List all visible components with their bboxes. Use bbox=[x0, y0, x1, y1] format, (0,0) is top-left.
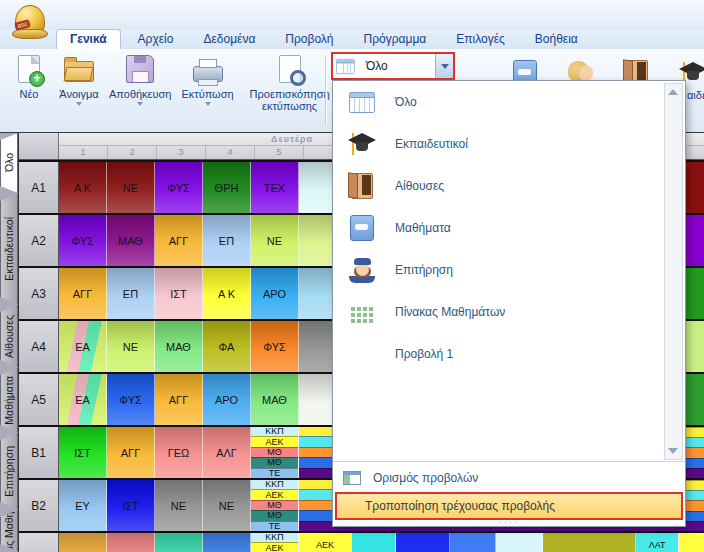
lesson-cell[interactable]: ΑΡΟ bbox=[251, 268, 299, 319]
lesson-cell[interactable]: ΝΕ bbox=[155, 480, 203, 531]
lesson-cell[interactable]: ΤΕΧ bbox=[251, 162, 299, 213]
right-edge-cell[interactable] bbox=[684, 266, 704, 319]
tab-Γενικά[interactable]: Γενικά bbox=[56, 29, 121, 50]
mini-cell[interactable] bbox=[684, 458, 704, 468]
right-edge-cell[interactable] bbox=[684, 478, 704, 531]
mini-cell[interactable]: ΜΘ bbox=[251, 510, 298, 520]
lesson-cell[interactable]: ΙΣΤ bbox=[155, 268, 203, 319]
lesson-cell[interactable]: ΕΠ bbox=[203, 215, 251, 266]
lesson-cell[interactable] bbox=[396, 533, 450, 552]
mini-cell[interactable]: ΜΘ bbox=[251, 457, 298, 467]
mini-cell[interactable] bbox=[684, 437, 704, 447]
side-tab-Πίνακας Μαθημάτων[interactable]: Πίνακας Μαθημάτων bbox=[0, 510, 18, 551]
dropdown-action-Ορισμός προβολών[interactable]: Ορισμός προβολών bbox=[333, 465, 685, 490]
dropdown-item-Εκπαιδευτικοί[interactable]: Εκπαιδευτικοί bbox=[333, 123, 685, 165]
lesson-cell[interactable] bbox=[543, 533, 636, 552]
mini-cell[interactable]: ΤΕ bbox=[251, 468, 298, 478]
mini-cell[interactable] bbox=[684, 500, 704, 510]
mini-cell[interactable] bbox=[684, 427, 704, 437]
lesson-stack-cell[interactable]: ΚΚΠΑΕΚΜΘΜΘΤΕ bbox=[251, 427, 299, 478]
mini-cell[interactable] bbox=[684, 480, 704, 490]
lesson-cell[interactable]: ΝΕ bbox=[107, 321, 155, 372]
mini-cell[interactable] bbox=[684, 447, 704, 457]
lesson-cell[interactable]: ΜΑΘ bbox=[251, 374, 299, 425]
lesson-cell[interactable]: ΕΥ bbox=[59, 480, 107, 531]
lesson-cell[interactable] bbox=[352, 533, 396, 552]
mini-cell[interactable] bbox=[684, 468, 704, 478]
mini-cell[interactable]: ΜΘ bbox=[251, 447, 298, 457]
lesson-cell[interactable]: ΑΓΓ bbox=[59, 268, 107, 319]
mini-cell[interactable]: ΚΚΠ bbox=[251, 427, 298, 436]
lesson-cell[interactable]: ΦΥΣ bbox=[155, 162, 203, 213]
lesson-cell[interactable] bbox=[679, 533, 704, 552]
side-tab-Επιτήρηση[interactable]: Επιτήρηση bbox=[0, 433, 18, 509]
lesson-cell[interactable]: ΜΑΘ bbox=[155, 321, 203, 372]
lesson-cell[interactable] bbox=[59, 533, 107, 552]
mini-cell[interactable] bbox=[684, 521, 704, 531]
lesson-cell[interactable] bbox=[450, 533, 496, 552]
mini-cell[interactable]: ΑΕΚ bbox=[251, 436, 298, 446]
toolbar-button-new-document-icon[interactable]: Νέο bbox=[4, 51, 54, 102]
lesson-cell[interactable]: ΦΥΣ bbox=[59, 215, 107, 266]
dropdown-action-Τροποποίηση τρέχουσας προβολής[interactable]: Τροποποίηση τρέχουσας προβολής bbox=[335, 492, 683, 520]
dropdown-item-Επιτήρηση[interactable]: Επιτήρηση bbox=[333, 249, 685, 291]
mini-cell[interactable]: ΜΘ bbox=[251, 500, 298, 510]
lesson-cell[interactable]: ΦΑ bbox=[203, 321, 251, 372]
lesson-cell[interactable]: ΝΕ bbox=[107, 162, 155, 213]
lesson-cell[interactable]: ΑΓΓ bbox=[155, 374, 203, 425]
lesson-cell[interactable]: ΝΕ bbox=[251, 215, 299, 266]
tab-Πρόγραμμα[interactable]: Πρόγραμμα bbox=[351, 30, 440, 49]
mini-cell[interactable]: ΛΑΤ bbox=[636, 533, 678, 552]
lesson-cell[interactable]: ΜΑΘ bbox=[107, 215, 155, 266]
lesson-cell[interactable]: ΙΣΤ bbox=[107, 480, 155, 531]
mini-cell[interactable]: ΑΕΚ bbox=[251, 542, 298, 552]
side-tab-Όλο[interactable]: Όλο bbox=[0, 133, 18, 193]
lesson-cell[interactable] bbox=[155, 533, 203, 552]
lesson-cell[interactable] bbox=[107, 533, 155, 552]
lesson-stack-cell[interactable]: ΚΚΠΑΕΚΜΘΜΘΤΕ bbox=[251, 480, 299, 531]
tab-Βοήθεια[interactable]: Βοήθεια bbox=[522, 30, 591, 49]
lesson-cell[interactable]: ΙΣΤ bbox=[59, 427, 107, 478]
side-tab-Εκπαιδευτικοί[interactable]: Εκπαιδευτικοί bbox=[0, 194, 18, 304]
lesson-cell[interactable]: ΑΡΟ bbox=[203, 374, 251, 425]
lesson-cell[interactable]: ΘΡΗ bbox=[203, 162, 251, 213]
toolbar-button-save-icon[interactable]: Αποθήκευση bbox=[104, 51, 176, 111]
right-edge-cell[interactable] bbox=[684, 213, 704, 266]
mini-cell[interactable] bbox=[684, 511, 704, 521]
dropdown-resize-grip[interactable] bbox=[333, 521, 685, 527]
mini-cell[interactable]: ΑΕΚ bbox=[251, 489, 298, 499]
lesson-cell[interactable]: ΦΥΣ bbox=[107, 374, 155, 425]
right-edge-cell[interactable] bbox=[684, 372, 704, 425]
right-edge-cell[interactable] bbox=[684, 160, 704, 213]
lesson-cell[interactable]: ΝΕ bbox=[203, 480, 251, 531]
dropdown-item-Μαθήματα[interactable]: Μαθήματα bbox=[333, 207, 685, 249]
right-edge-cell[interactable] bbox=[684, 319, 704, 372]
mini-cell[interactable] bbox=[684, 490, 704, 500]
lesson-cell[interactable]: ΕΑ bbox=[59, 374, 107, 425]
tab-Αρχείο[interactable]: Αρχείο bbox=[125, 30, 187, 49]
dropdown-item-Αίθουσες[interactable]: Αίθουσες bbox=[333, 165, 685, 207]
toolbar-button-open-folder-icon[interactable]: Άνοιγμα bbox=[54, 51, 104, 111]
tab-Δεδομένα[interactable]: Δεδομένα bbox=[190, 30, 268, 49]
lesson-cell[interactable]: ΛΑΤΑΕΚ bbox=[636, 533, 679, 552]
right-edge-cell[interactable] bbox=[684, 425, 704, 478]
lesson-cell[interactable]: Α Κ bbox=[59, 162, 107, 213]
mini-cell[interactable]: ΤΕ bbox=[251, 521, 298, 531]
lesson-stack-cell[interactable]: ΚΚΠΑΕΚΜΘΜΘΤΕ bbox=[251, 533, 299, 552]
mini-cell[interactable]: ΑΕΚ bbox=[299, 533, 351, 552]
next-day-cells[interactable]: ΑΕΚΛΑΤΛΑΤΑΕΚ bbox=[299, 533, 704, 552]
mini-cell[interactable]: ΚΚΠ bbox=[251, 533, 298, 542]
tab-Επιλογές[interactable]: Επιλογές bbox=[443, 30, 518, 49]
combo-dropdown-button[interactable] bbox=[435, 54, 453, 78]
lesson-cell[interactable]: ΑΛΓ bbox=[203, 427, 251, 478]
dropdown-item-Προβολή 1[interactable]: Προβολή 1 bbox=[333, 333, 685, 375]
lesson-cell[interactable]: ΦΥΣ bbox=[251, 321, 299, 372]
lesson-cell[interactable] bbox=[203, 533, 251, 552]
view-selector-combo[interactable]: Όλο bbox=[331, 52, 455, 80]
lesson-cell[interactable]: Α Κ bbox=[203, 268, 251, 319]
mini-cell[interactable]: ΚΚΠ bbox=[251, 480, 298, 489]
lesson-cell[interactable]: ΑΓΓ bbox=[155, 215, 203, 266]
dropdown-item-Όλο[interactable]: Όλο bbox=[333, 81, 685, 123]
dropdown-scrollbar[interactable] bbox=[664, 83, 683, 460]
lesson-cell[interactable] bbox=[496, 533, 542, 552]
